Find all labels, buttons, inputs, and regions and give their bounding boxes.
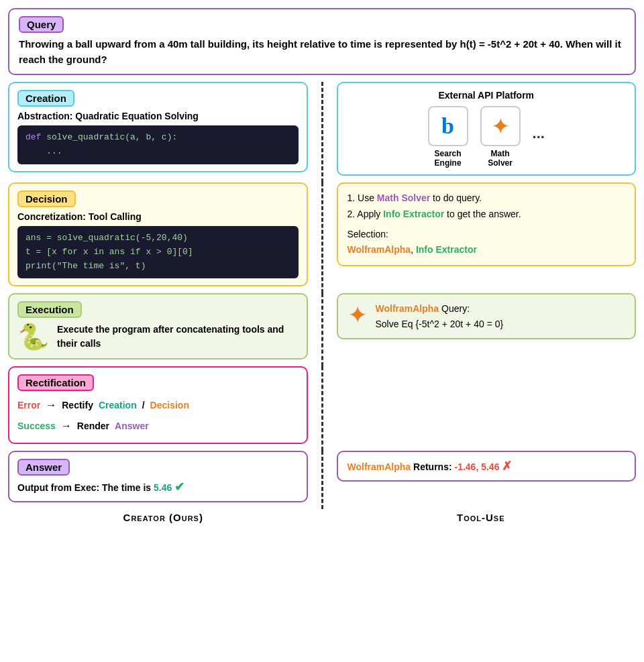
concretization-title: Concretization: Tool Calling xyxy=(17,211,299,222)
execution-inner: 🐍 Execute the program after concatenatin… xyxy=(17,322,299,351)
footer-right-label: Tool-Use xyxy=(326,512,637,523)
selection-tool2: Info Extractor xyxy=(416,244,477,255)
execution-left: Execution 🐍 Execute the program after co… xyxy=(8,293,319,366)
math-solver-icon-box: ✦ xyxy=(480,106,521,146)
execution-section: Execution 🐍 Execute the program after co… xyxy=(8,293,308,360)
decision-row: Decision Concretization: Tool Calling an… xyxy=(8,182,636,293)
rectification-left: Rectification Error → Rectify Creation /… xyxy=(8,366,319,451)
rectification-label: Rectification xyxy=(17,374,94,391)
exec-right-inner: ✦ WolframAlpha Query:Solve Eq {-5t^2 + 2… xyxy=(347,301,626,331)
footer-left-area: Creator (Ours) xyxy=(8,512,319,523)
decision-step1: 1. Use Math Solver to do query. xyxy=(347,190,626,207)
search-engine-label: SearchEngine xyxy=(435,149,462,168)
success-label: Success xyxy=(17,417,56,435)
step1-tool: Math Solver xyxy=(377,192,430,203)
rectification-section: Rectification Error → Rectify Creation /… xyxy=(8,366,308,444)
error-sep: / xyxy=(142,396,145,415)
math-solver-label: MathSolver xyxy=(488,149,513,168)
error-arrow: → xyxy=(46,395,56,415)
python-icon: 🐍 xyxy=(17,322,49,351)
selection-label: Selection: xyxy=(347,229,388,239)
execution-row: Execution 🐍 Execute the program after co… xyxy=(8,293,636,366)
main-divider xyxy=(321,82,323,182)
creation-section: Creation Abstraction: Quadratic Equation… xyxy=(8,82,308,172)
step2-suffix: to get the answer. xyxy=(444,209,521,219)
creation-row: Creation Abstraction: Quadratic Equation… xyxy=(8,82,636,182)
footer-right-area: Tool-Use xyxy=(326,512,637,523)
wolfram-exec-icon: ✦ xyxy=(347,301,368,329)
footer-left-text: Creator (Ours) xyxy=(123,512,203,523)
answer-right-box: WolframAlpha Returns: -1.46, 5.46 ✗ xyxy=(337,451,637,482)
rectification-right xyxy=(326,366,637,451)
error-tool2: Decision xyxy=(150,396,189,415)
api-box: External API Platform b SearchEngine ✦ M… xyxy=(337,82,637,176)
answer-text: Output from Exec: The time is 5.46 ✔ xyxy=(17,480,299,494)
exec-right-text: WolframAlpha Query:Solve Eq {-5t^2 + 20t… xyxy=(376,301,504,331)
decision-step2: 2. Apply Info Extractor to get the answe… xyxy=(347,207,626,223)
answer-row: Answer Output from Exec: The time is 5.4… xyxy=(8,451,636,509)
api-icons: b SearchEngine ✦ MathSolver ... xyxy=(347,106,626,168)
math-solver-item: ✦ MathSolver xyxy=(480,106,521,168)
exec-wolfram-label: WolframAlpha xyxy=(376,303,439,314)
step2-tool: Info Extractor xyxy=(383,209,444,219)
footer-left-label: Creator (Ours) xyxy=(8,512,319,523)
answer-right-prefix: Returns: xyxy=(411,461,454,472)
error-row: Error → Rectify Creation / Decision xyxy=(17,395,299,415)
decision-label: Decision xyxy=(17,190,76,207)
rectification-row: Rectification Error → Rectify Creation /… xyxy=(8,366,636,451)
execution-right: ✦ WolframAlpha Query:Solve Eq {-5t^2 + 2… xyxy=(326,293,637,366)
answer-section: Answer Output from Exec: The time is 5.4… xyxy=(8,451,308,502)
bing-icon: b xyxy=(441,113,454,139)
answer-prefix: Output from Exec: The time is xyxy=(17,482,154,493)
answer-right: WolframAlpha Returns: -1.46, 5.46 ✗ xyxy=(326,451,637,509)
execution-label: Execution xyxy=(17,301,82,318)
success-text-prefix: Render xyxy=(77,417,109,435)
cross-icon: ✗ xyxy=(502,459,512,473)
wolfram-icon: ✦ xyxy=(491,113,510,140)
step2-prefix: 2. Apply xyxy=(347,209,384,219)
error-text-prefix: Rectify xyxy=(62,396,93,415)
creation-code: def solve_quadratic(a, b, c): ... xyxy=(17,125,299,164)
decision-right-box: 1. Use Math Solver to do query. 2. Apply… xyxy=(337,182,637,266)
footer-right-text: Tool-Use xyxy=(457,512,505,523)
selection-row: Selection: WolframAlpha, Info Extractor xyxy=(347,227,626,259)
search-engine-item: b SearchEngine xyxy=(428,106,468,168)
search-engine-icon-box: b xyxy=(428,106,468,146)
decision-divider xyxy=(321,182,323,293)
step1-prefix: 1. Use xyxy=(347,192,377,203)
api-more-dots: ... xyxy=(533,125,545,142)
error-tool1: Creation xyxy=(99,396,137,415)
decision-section: Decision Concretization: Tool Calling an… xyxy=(8,182,308,286)
selection-tool1: WolframAlpha xyxy=(347,244,411,255)
success-tool: Answer xyxy=(115,417,149,435)
success-row: Success → Render Answer xyxy=(17,416,299,436)
execution-divider xyxy=(321,293,323,366)
creation-right: External API Platform b SearchEngine ✦ M… xyxy=(326,82,637,182)
execution-text: Execute the program after concatenating … xyxy=(57,323,299,351)
creation-left: Creation Abstraction: Quadratic Equation… xyxy=(8,82,319,182)
check-icon: ✔ xyxy=(174,480,184,494)
answer-value: 5.46 xyxy=(154,482,172,493)
rectification-divider xyxy=(321,366,323,451)
query-label: Query xyxy=(19,16,64,33)
answer-values: -1.46, 5.46 xyxy=(454,461,499,472)
query-text: Throwing a ball upward from a 40m tall b… xyxy=(19,37,625,67)
answer-wolfram-label: WolframAlpha xyxy=(347,461,411,472)
answer-divider xyxy=(321,451,323,509)
success-arrow: → xyxy=(61,416,72,436)
selection-sep: , xyxy=(411,244,416,255)
decision-code: ans = solve_quadratic(-5,20,40) t = [x f… xyxy=(17,226,299,278)
creation-label: Creation xyxy=(17,90,74,107)
error-label: Error xyxy=(17,396,40,415)
abstraction-title: Abstraction: Quadratic Equation Solving xyxy=(17,111,299,121)
execution-right-box: ✦ WolframAlpha Query:Solve Eq {-5t^2 + 2… xyxy=(337,293,637,339)
footer-row: Creator (Ours) Tool-Use xyxy=(8,512,636,523)
api-title: External API Platform xyxy=(347,90,626,101)
answer-label: Answer xyxy=(17,459,70,476)
decision-left: Decision Concretization: Tool Calling an… xyxy=(8,182,319,293)
answer-left: Answer Output from Exec: The time is 5.4… xyxy=(8,451,319,509)
query-box: Query Throwing a ball upward from a 40m … xyxy=(8,8,636,75)
step1-suffix: to do query. xyxy=(430,192,482,203)
decision-right: 1. Use Math Solver to do query. 2. Apply… xyxy=(326,182,637,293)
